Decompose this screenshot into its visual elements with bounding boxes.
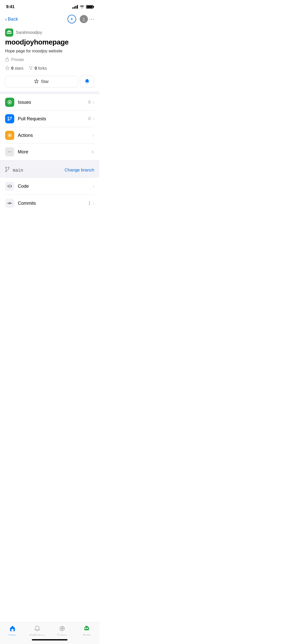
pull-requests-icon xyxy=(5,114,14,123)
stars-count: 0 stars xyxy=(11,66,23,71)
repo-name: moodjoyhomepage xyxy=(5,38,94,46)
section-divider-1 xyxy=(0,92,99,94)
more-chevron-icon: ∧ xyxy=(91,149,94,155)
svg-point-18 xyxy=(8,152,9,152)
commits-chevron-icon: › xyxy=(93,201,94,206)
battery-icon xyxy=(86,5,93,9)
code-chevron-icon: › xyxy=(93,184,94,189)
avatar xyxy=(80,15,88,23)
stars-stat: 0 stars xyxy=(5,66,23,71)
nav-bar: ‹ Back + ··· xyxy=(0,13,99,27)
actions-chevron-icon: › xyxy=(93,133,94,138)
action-buttons: Star xyxy=(5,76,94,87)
star-button-label: Star xyxy=(41,79,49,84)
status-time: 9:41 xyxy=(6,4,15,9)
svg-rect-7 xyxy=(6,59,9,61)
privacy-row: Private xyxy=(5,57,94,63)
svg-point-1 xyxy=(82,20,85,21)
back-label: Back xyxy=(8,17,18,22)
wifi-icon xyxy=(80,5,84,9)
commits-count: 1 xyxy=(88,201,91,206)
add-button[interactable]: + xyxy=(67,15,76,23)
star-button[interactable]: Star xyxy=(5,76,78,87)
svg-point-23 xyxy=(6,171,7,172)
issues-label: Issues xyxy=(18,100,88,105)
lock-icon xyxy=(5,57,9,63)
svg-point-10 xyxy=(30,69,31,70)
actions-icon xyxy=(5,131,14,140)
bell-icon xyxy=(84,79,90,85)
branch-left: main xyxy=(5,167,23,173)
pull-requests-label: Pull Requests xyxy=(18,116,88,122)
star-icon xyxy=(5,66,10,71)
repo-header: Sarahmoodjoy moodjoyhomepage Hope page f… xyxy=(0,27,99,92)
svg-point-12 xyxy=(9,101,10,103)
actions-item[interactable]: Actions › xyxy=(0,127,99,143)
commits-label: Commits xyxy=(18,201,88,206)
more-dots-icon[interactable]: ··· xyxy=(89,16,94,22)
commits-icon xyxy=(5,199,14,208)
owner-icon xyxy=(5,28,13,37)
code-item[interactable]: Code › xyxy=(0,178,99,195)
issues-count: 0 xyxy=(88,100,91,105)
branch-section: main Change branch xyxy=(0,163,99,178)
owner-row: Sarahmoodjoy xyxy=(5,28,94,37)
svg-point-19 xyxy=(9,152,10,152)
more-icon xyxy=(5,147,14,156)
back-button[interactable]: ‹ Back xyxy=(5,16,18,22)
privacy-label: Private xyxy=(11,57,24,62)
star-btn-icon xyxy=(34,79,39,85)
status-bar: 9:41 xyxy=(0,0,99,13)
signal-icon xyxy=(72,5,78,9)
status-icons xyxy=(72,5,93,9)
forks-stat: 0 forks xyxy=(29,66,47,71)
svg-point-21 xyxy=(6,167,7,168)
plus-icon: + xyxy=(70,16,73,22)
pull-requests-chevron-icon: › xyxy=(93,116,94,122)
code-label: Code xyxy=(18,184,93,189)
svg-rect-3 xyxy=(8,30,10,31)
change-branch-button[interactable]: Change branch xyxy=(65,168,94,173)
pull-requests-item[interactable]: Pull Requests 0 › xyxy=(0,111,99,127)
svg-point-0 xyxy=(83,18,85,20)
repo-description: Hope page for moodjoy website xyxy=(5,49,94,53)
svg-point-17 xyxy=(9,135,10,136)
pull-requests-count: 0 xyxy=(88,116,91,121)
forks-count: 0 forks xyxy=(35,66,47,71)
issues-item[interactable]: Issues 0 › xyxy=(0,94,99,110)
commits-item[interactable]: Commits 1 › xyxy=(0,195,99,212)
more-item[interactable]: More ∧ xyxy=(0,144,99,160)
svg-point-9 xyxy=(31,66,32,67)
branch-icon xyxy=(5,167,10,173)
issues-icon xyxy=(5,98,14,107)
svg-point-13 xyxy=(8,117,9,118)
notify-button[interactable] xyxy=(80,76,94,87)
section-divider-2 xyxy=(0,160,99,163)
svg-point-8 xyxy=(29,66,30,67)
nav-actions: + ··· xyxy=(67,15,94,23)
svg-rect-5 xyxy=(9,32,10,33)
stats-row: 0 stars 0 forks xyxy=(5,66,94,71)
actions-label: Actions xyxy=(18,133,93,138)
svg-point-20 xyxy=(11,152,11,152)
more-label: More xyxy=(18,149,91,155)
svg-rect-4 xyxy=(7,32,8,33)
fork-icon xyxy=(29,66,33,71)
issues-chevron-icon: › xyxy=(93,100,94,105)
back-chevron-icon: ‹ xyxy=(5,16,7,22)
code-icon xyxy=(5,182,14,191)
avatar-button[interactable]: ··· xyxy=(80,15,94,23)
branch-name: main xyxy=(13,168,23,173)
owner-name: Sarahmoodjoy xyxy=(16,30,42,35)
svg-rect-6 xyxy=(10,32,11,33)
